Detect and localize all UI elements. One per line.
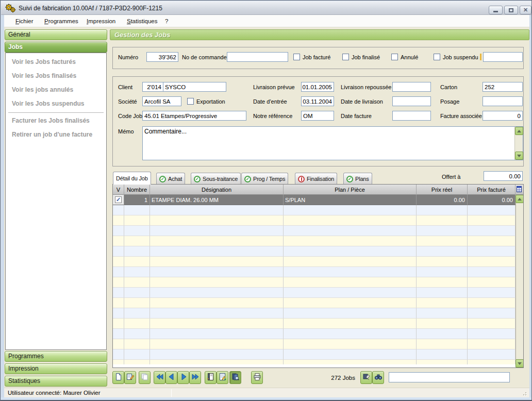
job-facture-checkbox[interactable] <box>293 54 300 60</box>
exportation-checkbox[interactable] <box>187 98 194 105</box>
commande-field[interactable] <box>227 52 288 62</box>
close-button[interactable]: ✕ <box>520 6 531 14</box>
table-row[interactable] <box>113 298 516 308</box>
table-row[interactable] <box>113 339 516 349</box>
numero-field[interactable]: 39'362 <box>146 52 178 62</box>
annule-checkbox[interactable] <box>391 54 398 60</box>
table-row[interactable] <box>113 277 516 288</box>
column-header-v[interactable]: V <box>113 185 124 195</box>
tab-finalisation[interactable]: Finalisation <box>295 173 337 185</box>
maximize-button[interactable] <box>504 6 518 14</box>
suspendu-field[interactable] <box>483 52 523 62</box>
row-checkbox[interactable]: ✓ <box>115 196 122 203</box>
menu-statistiques[interactable]: Statistiques <box>124 15 160 27</box>
print-button[interactable] <box>251 371 263 384</box>
livraison-prevue-field[interactable]: 01.01.2005 <box>301 82 334 92</box>
nav-last-button[interactable] <box>189 371 201 384</box>
memo-scroll-down-icon[interactable] <box>515 152 523 160</box>
menu-help[interactable]: ? <box>162 15 171 27</box>
table-row-selected[interactable]: ✓1ETAMPE DIAM. 26.00 MMS/PLAN0.000.00 <box>113 195 516 205</box>
table-row[interactable] <box>113 215 516 226</box>
client-number-field[interactable]: 2'014 <box>142 82 163 92</box>
job-suspendu-checkbox[interactable] <box>434 54 440 60</box>
livraison-repoussee-field[interactable] <box>392 82 431 92</box>
tab-achat[interactable]: ✓Achat <box>156 173 185 185</box>
sidebar-section-jobs[interactable]: Jobs <box>5 42 107 53</box>
client-name-field[interactable]: SYSCO <box>163 82 226 92</box>
job-finalise-checkbox[interactable] <box>342 54 349 60</box>
tab-sous-traitance[interactable]: ✓Sous-traitance <box>191 173 241 185</box>
column-header-prix-factur[interactable]: Prix facturé <box>468 185 516 195</box>
quick-search-field[interactable] <box>389 372 510 382</box>
sidebar-item-voir-les-jobs-factur-s[interactable]: Voir les Jobs facturés <box>12 58 76 65</box>
sidebar-section-statistiques[interactable]: Statistiques <box>5 376 107 387</box>
sidebar-item-voir-les-jobs-suspendus[interactable]: Voir les Jobs suspendus <box>12 100 84 107</box>
clear-search-button[interactable] <box>360 371 372 384</box>
search-binoculars-button[interactable] <box>372 371 384 384</box>
column-header-prix-r-el[interactable]: Prix réel <box>417 185 468 195</box>
close-book-button[interactable] <box>205 371 217 384</box>
edit-form-button[interactable] <box>217 371 228 384</box>
copy-record-button[interactable] <box>139 371 151 384</box>
tab-d-tail-du-job[interactable]: Détail du Job <box>113 172 151 185</box>
sidebar-item-facturer-les-jobs-finalis-s[interactable]: Facturer les Jobs finalisés <box>12 117 90 124</box>
sidebar-section-impression[interactable]: Impression <box>5 363 107 374</box>
column-header-d-signation[interactable]: Désignation <box>150 185 284 195</box>
column-header-nombre[interactable]: Nombre <box>124 185 150 195</box>
carton-field[interactable]: 252 <box>483 82 523 92</box>
table-row[interactable] <box>113 288 516 298</box>
table-row[interactable] <box>113 308 516 319</box>
table-row[interactable] <box>113 205 516 215</box>
cell <box>468 267 516 277</box>
tab-plans[interactable]: ✓Plans <box>343 173 372 185</box>
notre-reference-field[interactable]: OM <box>301 111 334 121</box>
menu-impression[interactable]: Impression <box>84 15 119 27</box>
table-row[interactable] <box>113 329 516 339</box>
table-grid-icon[interactable] <box>516 186 523 193</box>
table-row[interactable] <box>113 319 516 329</box>
societe-field[interactable]: Arcofil SA <box>142 96 181 106</box>
column-header-plan-pi-ce[interactable]: Plan / Pièce <box>284 185 417 195</box>
date-facture-field[interactable] <box>392 111 431 121</box>
edit-record-button[interactable] <box>124 371 136 384</box>
sidebar-section-programmes[interactable]: Programmes <box>5 351 107 362</box>
table-row[interactable] <box>113 236 516 246</box>
cell <box>468 298 516 308</box>
menu-fichier[interactable]: Fichier <box>12 15 37 27</box>
table-row[interactable] <box>113 349 516 360</box>
menu-programmes[interactable]: Programmes <box>41 15 81 27</box>
table-scroll-up-icon[interactable] <box>516 195 524 203</box>
memo-field[interactable]: Commentaire... <box>142 126 523 160</box>
table-row[interactable] <box>113 267 516 277</box>
memo-scroll-up-icon[interactable] <box>515 127 523 135</box>
nav-prev-button[interactable] <box>165 371 177 384</box>
table-scrollbar[interactable] <box>516 195 523 367</box>
date-entree-field[interactable]: 03.11.2004 <box>301 96 334 106</box>
sidebar-item-voir-les-jobs-annul-s[interactable]: Voir les jobs annulés <box>12 86 73 93</box>
posage-field[interactable] <box>483 96 523 106</box>
sidebar-item-retirer-un-job-d-une-facture[interactable]: Retirer un job d'une facture <box>12 131 92 138</box>
cell <box>417 257 468 267</box>
sidebar-section-general[interactable]: Général <box>5 29 107 40</box>
cell <box>150 308 284 319</box>
table-row[interactable] <box>113 246 516 257</box>
offert-field[interactable]: 0.00 <box>484 171 523 181</box>
date-livraison-field[interactable] <box>392 96 431 106</box>
table-row[interactable] <box>113 257 516 267</box>
new-record-button[interactable] <box>112 371 124 384</box>
memo-scrollbar[interactable] <box>514 127 523 160</box>
table-scroll-down-icon[interactable] <box>516 359 524 367</box>
tab-prog-temps[interactable]: ✓Prog / Temps <box>241 173 288 185</box>
resize-grip[interactable] <box>521 390 527 396</box>
sidebar-item-voir-les-jobs-finalis-s[interactable]: Voir les Jobs finalisés <box>12 72 76 79</box>
nav-next-button[interactable] <box>177 371 189 384</box>
cell <box>124 308 150 319</box>
table-row[interactable] <box>113 360 516 364</box>
cell <box>284 236 417 246</box>
facture-associee-field[interactable]: 0 <box>483 111 523 121</box>
minimize-button[interactable] <box>489 6 503 14</box>
codejob-field[interactable]: 45.01 Etampes/Progressive <box>142 111 246 121</box>
browse-records-button[interactable] <box>229 371 241 384</box>
table-row[interactable] <box>113 226 516 236</box>
nav-first-button[interactable] <box>154 371 165 384</box>
